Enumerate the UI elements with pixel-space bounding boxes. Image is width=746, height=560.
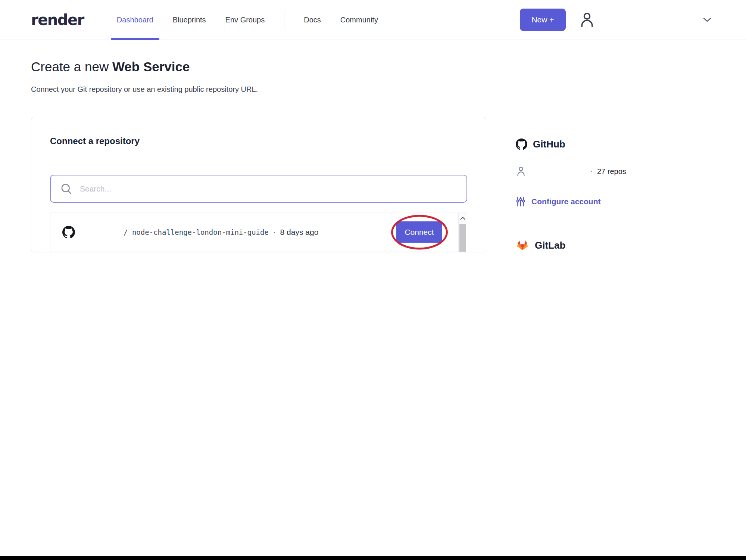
repo-updated-time: 8 days ago <box>280 228 319 237</box>
connect-button-wrap: Connect <box>396 221 442 243</box>
nav-item-label: Community <box>340 16 378 24</box>
gitlab-title: GitLab <box>535 240 565 251</box>
page-title-prefix: Create a new <box>31 59 112 74</box>
nav-item-env-groups[interactable]: Env Groups <box>225 0 265 40</box>
git-providers-sidebar: GitHub · 27 repos <box>516 117 725 252</box>
configure-account-label: Configure account <box>531 197 601 206</box>
github-account-row: · 27 repos <box>516 166 725 177</box>
sliders-icon <box>516 196 525 207</box>
repo-separator: · <box>273 228 276 236</box>
scrollbar-thumb[interactable] <box>459 224 466 252</box>
render-logo[interactable]: render <box>31 11 84 28</box>
repo-row: / node-challenge-london-mini-guide · 8 d… <box>50 212 467 252</box>
connect-repository-card: Connect a repository <box>31 117 486 252</box>
nav-item-label: Dashboard <box>117 16 153 24</box>
repo-owner-redacted <box>75 228 124 236</box>
user-menu-button[interactable] <box>579 11 595 28</box>
search-icon <box>60 182 73 196</box>
github-account-name-redacted <box>531 168 590 175</box>
card-heading: Connect a repository <box>50 136 467 146</box>
main-content: Create a new Web Service Connect your Gi… <box>0 59 746 252</box>
page-title-emphasis: Web Service <box>112 59 190 74</box>
repo-search-box <box>50 175 467 203</box>
content-columns: Connect a repository <box>31 117 746 252</box>
repo-list-scrollbar[interactable] <box>458 213 466 252</box>
page-subtitle: Connect your Git repository or use an ex… <box>31 85 746 94</box>
nav-divider <box>284 10 284 30</box>
active-tab-indicator <box>111 38 159 40</box>
connect-button-label: Connect <box>405 228 434 236</box>
github-icon <box>516 139 527 150</box>
page-title: Create a new Web Service <box>31 59 746 74</box>
account-separator: · <box>590 168 593 175</box>
github-icon <box>62 226 75 239</box>
card-divider <box>50 160 467 160</box>
configure-account-link[interactable]: Configure account <box>516 196 725 207</box>
nav-item-label: Docs <box>304 16 321 24</box>
account-dropdown-toggle[interactable] <box>702 17 712 23</box>
nav-item-label: Env Groups <box>225 16 265 24</box>
github-title: GitHub <box>533 139 565 150</box>
user-icon <box>516 166 526 177</box>
repo-list: / node-challenge-london-mini-guide · 8 d… <box>50 212 467 252</box>
new-button-label: New + <box>531 15 554 24</box>
gitlab-icon <box>516 239 529 252</box>
top-navbar: render Dashboard Blueprints Env Groups D… <box>0 0 746 40</box>
nav-item-docs[interactable]: Docs <box>304 0 321 40</box>
gitlab-section-header: GitLab <box>516 239 725 252</box>
connect-button[interactable]: Connect <box>396 221 442 243</box>
primary-nav: Dashboard Blueprints Env Groups Docs Com… <box>117 0 378 40</box>
chevron-down-icon <box>702 17 712 23</box>
bottom-black-bar <box>0 556 746 560</box>
search-input[interactable] <box>80 184 458 193</box>
render-create-web-service-page: render Dashboard Blueprints Env Groups D… <box>0 0 746 560</box>
nav-item-dashboard[interactable]: Dashboard <box>117 0 153 40</box>
nav-item-blueprints[interactable]: Blueprints <box>173 0 206 40</box>
chevron-up-icon[interactable] <box>459 213 466 223</box>
nav-item-community[interactable]: Community <box>340 0 378 40</box>
repo-count: 27 repos <box>597 167 626 176</box>
repo-path: / node-challenge-london-mini-guide <box>124 228 269 236</box>
user-icon <box>579 11 595 28</box>
github-section-header: GitHub <box>516 139 725 150</box>
new-button[interactable]: New + <box>520 9 566 31</box>
nav-item-label: Blueprints <box>173 16 206 24</box>
